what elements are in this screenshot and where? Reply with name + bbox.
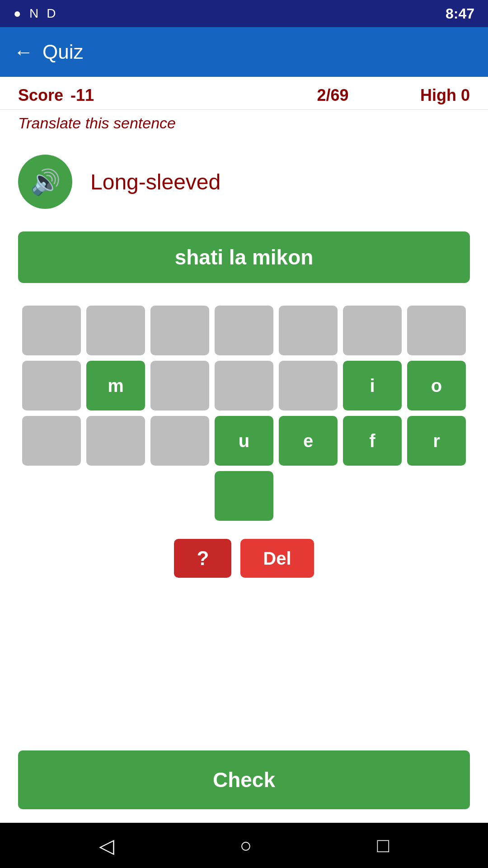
key-f[interactable]: f bbox=[343, 416, 402, 466]
key-row-1 bbox=[22, 306, 466, 355]
app-title: Quiz bbox=[42, 41, 83, 63]
status-icons: ● N D bbox=[14, 6, 56, 21]
delete-button[interactable]: Del bbox=[240, 539, 314, 578]
bottom-nav: ◁ ○ □ bbox=[0, 823, 488, 868]
main-content: 🔊 Long-sleeved shati la mikon m i o bbox=[0, 141, 488, 823]
key-r1c3[interactable] bbox=[150, 306, 209, 355]
key-r3c3[interactable] bbox=[150, 416, 209, 466]
back-button[interactable]: ← bbox=[14, 41, 33, 63]
answer-box[interactable]: shati la mikon bbox=[18, 231, 470, 283]
key-r1c6[interactable] bbox=[343, 306, 402, 355]
key-m[interactable]: m bbox=[86, 361, 145, 410]
key-r[interactable]: r bbox=[407, 416, 466, 466]
key-r1c4[interactable] bbox=[215, 306, 273, 355]
check-button[interactable]: Check bbox=[18, 750, 470, 809]
action-row: ? Del bbox=[174, 539, 314, 578]
score-value: -11 bbox=[70, 86, 245, 105]
key-r2c1[interactable] bbox=[22, 361, 81, 410]
high-value: 0 bbox=[461, 86, 470, 105]
keyboard: m i o u e f r bbox=[18, 306, 470, 521]
key-row-2: m i o bbox=[22, 361, 466, 410]
sound-icon: 🔊 bbox=[30, 168, 61, 196]
key-r1c1[interactable] bbox=[22, 306, 81, 355]
key-row-3: u e f r bbox=[22, 416, 466, 466]
hint-button[interactable]: ? bbox=[174, 539, 231, 578]
sentence-text: Long-sleeved bbox=[90, 170, 221, 194]
sound-button[interactable]: 🔊 bbox=[18, 155, 72, 209]
key-r2c5[interactable] bbox=[279, 361, 338, 410]
key-u[interactable]: u bbox=[215, 416, 273, 466]
key-r1c5[interactable] bbox=[279, 306, 338, 355]
key-r3c1[interactable] bbox=[22, 416, 81, 466]
score-bar: Score -11 2/69 High 0 bbox=[0, 77, 488, 110]
nav-home-icon[interactable]: ○ bbox=[239, 834, 252, 857]
key-r1c7[interactable] bbox=[407, 306, 466, 355]
score-label: Score bbox=[18, 86, 63, 105]
key-r1c2[interactable] bbox=[86, 306, 145, 355]
key-e[interactable]: e bbox=[279, 416, 338, 466]
key-i[interactable]: i bbox=[343, 361, 402, 410]
key-row-4 bbox=[215, 471, 273, 521]
app-bar: ← Quiz bbox=[0, 27, 488, 77]
key-r3c2[interactable] bbox=[86, 416, 145, 466]
high-label: High bbox=[420, 86, 456, 105]
key-r2c4[interactable] bbox=[215, 361, 273, 410]
key-o[interactable]: o bbox=[407, 361, 466, 410]
key-r2c3[interactable] bbox=[150, 361, 209, 410]
status-bar: ● N D 8:47 bbox=[0, 0, 488, 27]
progress-text: 2/69 bbox=[245, 86, 420, 105]
status-time: 8:47 bbox=[446, 5, 474, 22]
key-r4c1[interactable] bbox=[215, 471, 273, 521]
sentence-row: 🔊 Long-sleeved bbox=[18, 155, 470, 209]
icon-n: N bbox=[29, 6, 38, 21]
nav-back-icon[interactable]: ◁ bbox=[99, 834, 114, 857]
icon-circle: ● bbox=[14, 6, 21, 21]
subtitle: Translate this sentence bbox=[0, 110, 488, 141]
nav-recents-icon[interactable]: □ bbox=[377, 834, 389, 857]
icon-d: D bbox=[47, 6, 56, 21]
